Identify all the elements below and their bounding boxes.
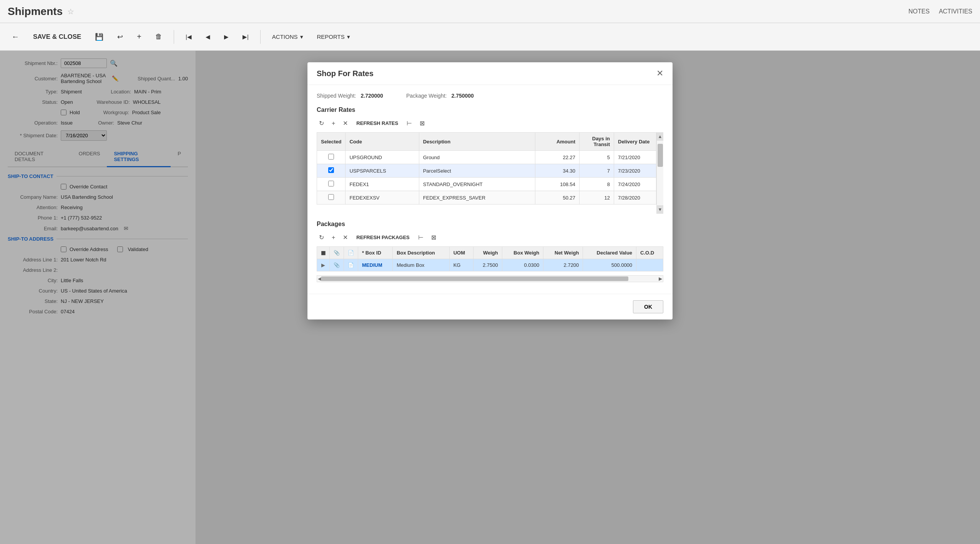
delete-icon: 🗑	[155, 33, 162, 41]
top-bar-right: NOTES ACTIVITIES	[909, 8, 972, 15]
col-code-header[interactable]: Code	[345, 133, 419, 151]
pkg-col-weight-header[interactable]: Weigh	[473, 247, 502, 259]
rates-amount-cell: 34.30	[535, 164, 579, 178]
actions-chevron-icon: ▾	[300, 33, 303, 40]
shipped-weight-item: Shipped Weight: 2.720000	[317, 93, 383, 99]
rates-delete-button[interactable]: ✕	[341, 118, 350, 128]
pkg-boxid-cell[interactable]: MEDIUM	[358, 259, 393, 271]
rates-code-cell: FEDEX1	[345, 178, 419, 191]
first-button[interactable]: |◀	[182, 31, 196, 43]
refresh-rates-label[interactable]: REFRESH RATES	[356, 120, 398, 126]
ok-button[interactable]: OK	[633, 300, 663, 313]
rates-table-row[interactable]: USPSPARCELS ParcelSelect 34.30 7 7/23/20…	[317, 164, 656, 178]
favorite-icon[interactable]: ☆	[67, 7, 74, 16]
packages-export-button[interactable]: ⊠	[429, 232, 439, 243]
pkg-boxdesc-cell: Medium Box	[393, 259, 450, 271]
rates-table-row[interactable]: FEDEX1 STANDARD_OVERNIGHT 108.54 8 7/24/…	[317, 178, 656, 191]
table-grid-icon: ▦	[321, 250, 326, 256]
actions-button[interactable]: ACTIONS ▾	[268, 31, 307, 43]
refresh-packages-label[interactable]: REFRESH PACKAGES	[356, 235, 409, 240]
prev-icon: ◀	[206, 33, 210, 40]
pkg-expand-icon[interactable]: ▶	[317, 259, 330, 271]
pkg-weight-cell: 2.7500	[473, 259, 502, 271]
packages-table: ▦ 📎 📄 * Box ID	[317, 246, 663, 271]
rates-days-cell: 5	[580, 151, 614, 164]
pkg-col-boxweight-header[interactable]: Box Weigh	[502, 247, 543, 259]
pkg-col-uom-header[interactable]: UOM	[449, 247, 473, 259]
save-icon: 💾	[95, 33, 103, 41]
scroll-thumb[interactable]	[658, 144, 663, 167]
save-button[interactable]: 💾	[91, 30, 107, 43]
modal-close-button[interactable]: ✕	[656, 68, 663, 78]
rates-table-row[interactable]: UPSGROUND Ground 22.27 5 7/21/2020	[317, 151, 656, 164]
pkg-attachment-icon[interactable]: 📎	[330, 259, 344, 271]
rates-code-cell: UPSGROUND	[345, 151, 419, 164]
pkg-col-icon2-header: 📎	[330, 247, 344, 259]
col-delivery-header[interactable]: Delivery Date	[614, 133, 656, 151]
pkg-col-netweight-header[interactable]: Net Weigh	[543, 247, 583, 259]
col-selected-header: Selected	[317, 133, 345, 151]
rates-vertical-scrollbar[interactable]: ▲ ▼	[656, 132, 663, 214]
first-icon: |◀	[186, 33, 192, 40]
packages-delete-button[interactable]: ✕	[341, 232, 350, 243]
rates-row-checkbox[interactable]	[328, 167, 334, 173]
next-icon: ▶	[224, 33, 229, 40]
rates-table-row[interactable]: FEDEXEXSV FEDEX_EXPRESS_SAVER 50.27 12 7…	[317, 191, 656, 205]
reports-button[interactable]: REPORTS ▾	[313, 31, 354, 43]
rates-days-cell: 7	[580, 164, 614, 178]
weight-info: Shipped Weight: 2.720000 Package Weight:…	[317, 93, 663, 99]
modal-footer: OK	[307, 294, 673, 319]
pkg-col-cod-header[interactable]: C.O.D	[636, 247, 663, 259]
prev-button[interactable]: ◀	[202, 31, 214, 43]
col-description-header[interactable]: Description	[419, 133, 535, 151]
save-close-button[interactable]: SAVE & CLOSE	[29, 31, 85, 43]
pkg-col-boxdesc-header[interactable]: Box Description	[393, 247, 450, 259]
col-amount-header[interactable]: Amount	[535, 133, 579, 151]
notes-button[interactable]: NOTES	[909, 8, 930, 15]
hscroll-thumb[interactable]	[321, 276, 628, 281]
rates-table-container: Selected Code Description Amount	[317, 132, 663, 214]
modal-overlay: Shop For Rates ✕ Shipped Weight: 2.72000…	[0, 51, 980, 544]
rates-description-cell: FEDEX_EXPRESS_SAVER	[419, 191, 535, 205]
top-bar-left: Shipments ☆	[8, 5, 74, 18]
undo-button[interactable]: ↩	[113, 30, 127, 43]
rates-delivery-cell: 7/21/2020	[614, 151, 656, 164]
scroll-down-button[interactable]: ▼	[657, 205, 663, 214]
rates-days-cell: 8	[580, 178, 614, 191]
last-button[interactable]: ▶|	[239, 31, 252, 43]
pkg-col-declared-header[interactable]: Declared Value	[583, 247, 636, 259]
packages-add-button[interactable]: +	[329, 233, 337, 243]
modal-header: Shop For Rates ✕	[307, 62, 673, 85]
col-days-header[interactable]: Days in Transit	[580, 133, 614, 151]
rates-export-button[interactable]: ⊠	[417, 118, 427, 128]
rates-add-button[interactable]: +	[329, 118, 337, 128]
packages-table-row[interactable]: ▶ 📎 📄 MEDIUM Medium Box KG 2.7500 0.0300…	[317, 259, 663, 271]
add-button[interactable]: +	[133, 30, 145, 43]
horizontal-scrollbar[interactable]: ◀ ▶	[317, 275, 663, 282]
pkg-file-icon[interactable]: 📄	[344, 259, 358, 271]
rates-fit-button[interactable]: ⊢	[404, 118, 414, 128]
delete-button[interactable]: 🗑	[151, 30, 166, 43]
pkg-col-boxid-header[interactable]: * Box ID	[358, 247, 393, 259]
activities-button[interactable]: ACTIVITIES	[939, 8, 972, 15]
scroll-right-arrow[interactable]: ▶	[659, 276, 662, 281]
add-icon: +	[137, 32, 141, 41]
top-bar: Shipments ☆ NOTES ACTIVITIES	[0, 0, 980, 23]
pkg-netweight-cell: 2.7200	[543, 259, 583, 271]
packages-refresh-icon-button[interactable]: ↻	[317, 232, 326, 243]
scroll-up-button[interactable]: ▲	[657, 132, 663, 141]
rates-row-checkbox[interactable]	[328, 194, 334, 200]
rates-refresh-icon-button[interactable]: ↻	[317, 118, 326, 128]
main-content: Shipment Nbr.: 🔍 Customer: ABARTENDE - U…	[0, 51, 980, 544]
shop-for-rates-modal: Shop For Rates ✕ Shipped Weight: 2.72000…	[307, 62, 673, 319]
next-button[interactable]: ▶	[220, 31, 233, 43]
undo-icon: ↩	[117, 33, 123, 41]
packages-fit-button[interactable]: ⊢	[416, 232, 426, 243]
rates-code-cell: USPSPARCELS	[345, 164, 419, 178]
rates-description-cell: ParcelSelect	[419, 164, 535, 178]
back-icon: ←	[12, 32, 19, 41]
pkg-cod-cell	[636, 259, 663, 271]
rates-row-checkbox[interactable]	[328, 181, 334, 186]
back-button[interactable]: ←	[8, 30, 23, 43]
rates-row-checkbox[interactable]	[328, 154, 334, 160]
